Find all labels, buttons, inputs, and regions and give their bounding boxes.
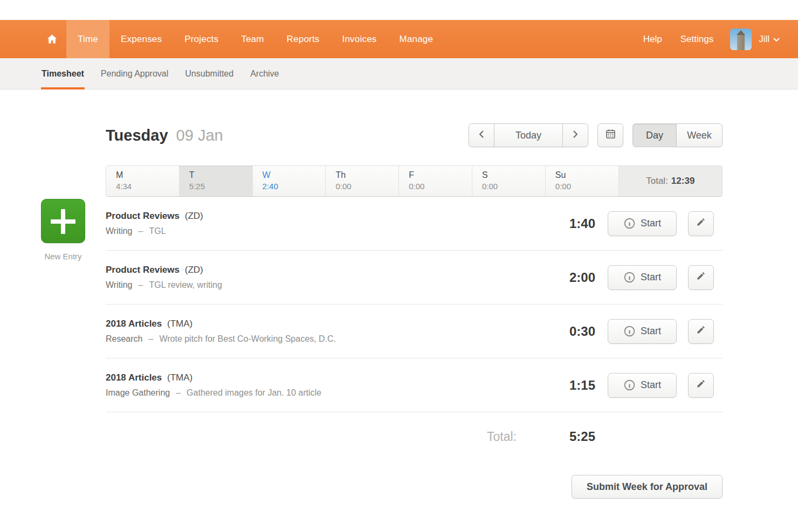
help-link[interactable]: Help xyxy=(634,34,671,45)
main-nav: Time Expenses Projects Team Reports Invo… xyxy=(0,20,798,58)
user-name: Jill xyxy=(759,34,769,45)
previous-day-button[interactable] xyxy=(469,123,494,147)
edit-entry-button[interactable] xyxy=(688,265,714,290)
week-total-value: 12:39 xyxy=(671,176,694,186)
entry-actions: 1:40 Start xyxy=(531,211,723,236)
week-day-label: F xyxy=(409,170,472,180)
submit-week-button[interactable]: Submit Week for Approval xyxy=(572,475,723,499)
entry-project: Product Reviews xyxy=(106,265,180,275)
chevron-right-icon xyxy=(572,130,579,141)
edit-entry-button[interactable] xyxy=(688,373,714,398)
entry-project-code: (ZD) xyxy=(185,265,203,275)
calendar-icon xyxy=(605,128,616,142)
content-header: Tuesday 09 Jan Today xyxy=(106,123,723,148)
pencil-icon xyxy=(696,325,706,337)
date-controls: Today xyxy=(469,123,723,147)
subnav-item[interactable]: Archive xyxy=(250,58,279,89)
entry-project-code: (TMA) xyxy=(167,372,192,383)
entry-row: Product Reviews (ZD) Writing–TGL review,… xyxy=(106,251,723,305)
entry-actions: 1:15 Start xyxy=(531,373,723,398)
day-total-label: Total: xyxy=(487,430,517,444)
today-button[interactable]: Today xyxy=(494,123,563,147)
entry-info: 2018 Articles (TMA) Research–Wrote pitch… xyxy=(106,319,336,344)
chevron-left-icon xyxy=(478,130,485,141)
week-day-tab[interactable]: T 5:25 xyxy=(180,166,253,196)
start-timer-button[interactable]: Start xyxy=(608,373,677,398)
subnav-item[interactable]: Pending Approval xyxy=(100,58,169,89)
day-week-toggle: Day Week xyxy=(632,123,723,147)
start-label: Start xyxy=(641,326,661,337)
user-menu[interactable]: Jill xyxy=(759,34,780,45)
page-title: Tuesday 09 Jan xyxy=(106,127,223,144)
start-timer-button[interactable]: Start xyxy=(608,211,677,236)
start-label: Start xyxy=(641,379,661,391)
timer-clock-icon xyxy=(623,217,636,230)
avatar[interactable] xyxy=(730,29,752,50)
subnav-item[interactable]: Timesheet xyxy=(41,58,85,89)
nav-item[interactable]: Manage xyxy=(388,20,445,58)
week-day-label: S xyxy=(482,170,545,180)
new-entry-label: New Entry xyxy=(41,252,85,261)
week-day-tab[interactable]: M 4:34 xyxy=(106,166,180,196)
week-day-hours: 0:00 xyxy=(482,182,545,191)
entry-separator: – xyxy=(139,280,143,289)
start-label: Start xyxy=(641,218,661,229)
week-day-hours: 0:00 xyxy=(335,182,398,191)
entry-task: Image Gathering xyxy=(106,388,170,397)
week-day-tab[interactable]: W 2:40 xyxy=(253,166,326,196)
edit-entry-button[interactable] xyxy=(688,211,714,236)
nav-item[interactable]: Time xyxy=(66,20,109,58)
entry-notes: Gathered images for Jan. 10 article xyxy=(187,388,321,397)
timer-clock-icon xyxy=(623,325,636,337)
settings-link[interactable]: Settings xyxy=(671,34,723,45)
nav-item[interactable]: Projects xyxy=(173,20,230,58)
week-day-hours: 4:34 xyxy=(116,182,179,191)
nav-item[interactable]: Expenses xyxy=(109,20,173,58)
edit-entry-button[interactable] xyxy=(688,319,714,344)
week-total-cell: Total: 12:39 xyxy=(619,166,722,196)
pencil-icon xyxy=(696,217,706,230)
next-day-button[interactable] xyxy=(562,123,588,147)
entry-notes: TGL xyxy=(149,226,166,236)
entry-project: 2018 Articles xyxy=(106,319,162,329)
avatar-tower-image xyxy=(737,35,745,50)
entry-project-code: (ZD) xyxy=(185,211,203,221)
entry-row: 2018 Articles (TMA) Image Gathering–Gath… xyxy=(106,358,723,412)
calendar-picker-button[interactable] xyxy=(597,123,623,147)
day-total-value: 5:25 xyxy=(531,429,595,444)
week-day-tab[interactable]: S 0:00 xyxy=(472,166,546,196)
week-day-label: Su xyxy=(555,170,618,180)
nav-left: Time Expenses Projects Team Reports Invo… xyxy=(0,20,444,58)
day-view-button[interactable]: Day xyxy=(632,123,677,147)
left-rail: New Entry xyxy=(41,199,85,261)
chevron-down-icon xyxy=(773,34,780,45)
week-total-label: Total: xyxy=(646,176,668,186)
week-day-label: M xyxy=(116,170,179,180)
nav-item[interactable]: Reports xyxy=(276,20,331,58)
timesheet-main: New Entry Tuesday 09 Jan Today xyxy=(106,123,723,499)
week-day-tab[interactable]: F 0:00 xyxy=(399,166,472,196)
week-view-button[interactable]: Week xyxy=(676,123,723,147)
entry-project-code: (TMA) xyxy=(167,319,192,329)
timer-clock-icon xyxy=(623,271,636,284)
home-button[interactable] xyxy=(38,20,66,58)
nav-item[interactable]: Team xyxy=(230,20,275,58)
new-entry-button[interactable] xyxy=(41,199,85,243)
week-day-tab[interactable]: Su 0:00 xyxy=(546,166,619,196)
entry-notes: Wrote pitch for Best Co-Working Spaces, … xyxy=(159,334,336,343)
subnav-item[interactable]: Unsubmitted xyxy=(184,58,234,89)
week-day-tab[interactable]: Th 0:00 xyxy=(326,166,399,196)
entry-info: Product Reviews (ZD) Writing–TGL review,… xyxy=(106,265,222,290)
start-timer-button[interactable]: Start xyxy=(608,265,677,290)
subnav: Timesheet Pending Approval Unsubmitted A… xyxy=(0,58,798,89)
title-day-name: Tuesday xyxy=(106,127,168,144)
entry-row: Product Reviews (ZD) Writing–TGL 1:40 xyxy=(106,197,723,251)
date-nav-group: Today xyxy=(469,123,588,147)
nav-item[interactable]: Invoices xyxy=(331,20,388,58)
week-day-hours: 0:00 xyxy=(409,182,472,191)
entry-actions: 2:00 Start xyxy=(531,265,723,290)
nav-right: Help Settings Jill xyxy=(634,20,798,58)
start-timer-button[interactable]: Start xyxy=(608,319,677,344)
nav-items: Time Expenses Projects Team Reports Invo… xyxy=(66,20,444,58)
top-whitespace xyxy=(0,0,798,20)
